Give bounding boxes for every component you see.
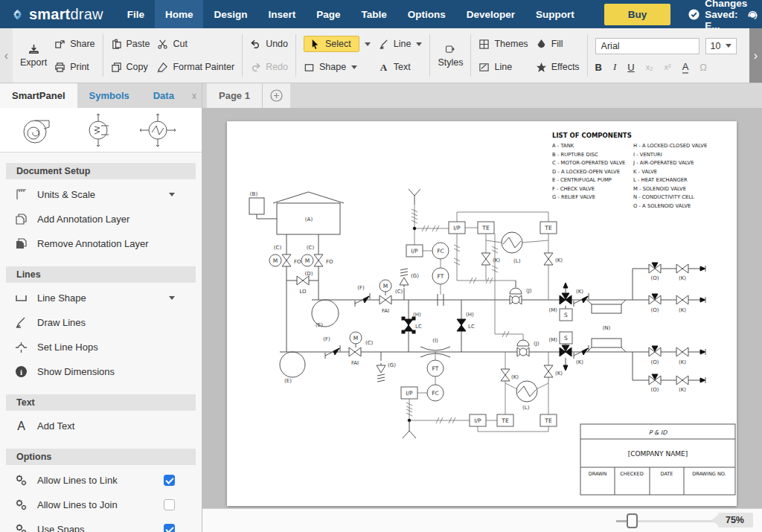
units-and-scale-item[interactable]: Units & Scale [0,182,202,207]
relief-valve-G2[interactable] [377,363,385,382]
subscript-button[interactable]: x₂ [646,63,653,71]
add-page-button[interactable] [263,83,290,108]
italic-button[interactable]: I [613,61,616,73]
copy-button[interactable]: Copy [111,59,150,75]
menu-insert[interactable]: Insert [257,0,306,28]
zoom-slider-handle[interactable] [627,513,638,528]
redo-button[interactable]: Redo [250,59,288,75]
undo-button[interactable]: Undo [250,36,288,52]
text-tool-button[interactable]: A Text [378,59,423,75]
toolbar-collapse-left[interactable]: ‹ [0,28,13,83]
tab-smartpanel[interactable]: SmartPanel [0,83,77,108]
underline-button[interactable]: U [627,62,634,73]
shape-dropdown-caret[interactable] [351,65,357,69]
use-snaps-item[interactable]: Use Snaps [0,517,202,532]
tab-data[interactable]: Data [141,83,186,108]
solenoid-valve-O3[interactable] [649,346,661,356]
zoom-level-badge[interactable]: 75% [718,513,753,528]
select-dropdown-caret[interactable] [365,42,371,46]
valve-K-row3[interactable] [676,347,688,356]
valve-K4[interactable] [544,365,553,377]
wireless-antenna-2[interactable] [403,420,416,438]
add-annotation-layer-item[interactable]: Add Annotation Layer [0,207,202,231]
locked-closed-valve-H1[interactable] [402,317,415,333]
title-block[interactable]: P & ID [COMPANY NAME] DRAWN CHECKED DATE… [580,424,735,495]
solenoid-valve-O4[interactable] [649,374,661,385]
add-text-item[interactable]: A Add Text [0,414,202,438]
allow-lines-to-link-item[interactable]: Allow Lines to Link [0,468,202,493]
line-style-button[interactable]: Line [478,59,528,75]
buy-button[interactable]: Buy [604,4,671,25]
symbol-button[interactable]: Ω [699,62,707,73]
line-shape-item[interactable]: Line Shape [0,286,202,310]
line-shape-caret[interactable] [169,296,175,300]
fai-valve-2[interactable] [349,347,361,356]
tab-page-1[interactable]: Page 1 [207,83,263,108]
font-color-button[interactable]: A [682,61,689,74]
menu-page[interactable]: Page [306,0,350,28]
allow-lines-join-checkbox[interactable] [164,499,175,510]
solenoid-valve-O1[interactable] [649,263,661,273]
upper-instrument-loop[interactable] [454,212,548,300]
locked-open-valve-D[interactable] [297,276,309,285]
pid-diagram[interactable]: LIST OF COMPONENTS A - TANK B - RUPTURE … [227,121,737,506]
valve-K-row1[interactable] [676,264,688,273]
themes-button[interactable]: Themes [478,36,528,52]
tank-A[interactable] [249,192,344,234]
air-valve-J2-dome[interactable] [517,340,529,346]
branch-rows[interactable] [633,266,705,383]
fai-valve-1[interactable] [380,295,391,304]
allow-lines-to-join-item[interactable]: Allow Lines to Join [0,493,202,517]
symbol-mixer[interactable] [138,112,177,148]
solenoid-3way-M1[interactable] [560,293,572,304]
remove-annotation-layer-item[interactable]: Remove Annotation Layer [0,231,202,256]
brand-logo[interactable]: smartdraw [0,6,117,23]
line-dropdown-caret[interactable] [416,42,422,46]
export-button[interactable]: Export [20,44,47,68]
shape-tool-button[interactable]: Shape [304,59,346,75]
font-size-select[interactable]: 10 [705,38,737,54]
component-legend[interactable]: LIST OF COMPONENTS A - TANK B - RUPTURE … [552,132,707,209]
units-scale-caret[interactable] [169,193,175,196]
locked-closed-valve-H2[interactable] [457,319,466,331]
toolbar-expand-right[interactable]: › [749,28,762,83]
air-valve-J1-dome[interactable] [510,288,522,294]
font-family-input[interactable] [595,38,699,54]
valve-K3[interactable] [501,369,510,381]
symbol-heater[interactable] [82,112,115,148]
select-tool-button[interactable]: Select [304,36,359,52]
draw-lines-item[interactable]: Draw Lines [0,310,202,335]
menu-home[interactable]: Home [155,0,204,28]
bold-button[interactable]: B [595,62,602,73]
heat-exchanger-L2[interactable] [516,381,537,402]
save-status[interactable]: Changes Saved: E... [688,0,747,31]
heat-exchanger-L1[interactable] [502,232,522,253]
panel-close-icon[interactable]: x [186,83,202,108]
centrifugal-pump-E2[interactable] [280,352,305,377]
solenoid-3way-M2[interactable] [560,345,572,356]
solenoid-valve-O2[interactable] [649,294,661,304]
print-button[interactable]: Print [54,59,95,75]
symbol-blower-pump[interactable] [16,114,58,147]
use-snaps-checkbox[interactable] [164,524,175,532]
valve-K-row2[interactable] [676,295,688,304]
styles-button[interactable]: Styles [438,44,463,68]
fill-button[interactable]: Fill [536,36,580,52]
drawing-canvas[interactable]: LIST OF COMPONENTS A - TANK B - RUPTURE … [202,108,762,508]
menu-support[interactable]: Support [525,0,585,28]
valve-K-row4[interactable] [676,376,688,385]
drawing-page[interactable]: LIST OF COMPONENTS A - TANK B - RUPTURE … [227,121,737,506]
menu-options[interactable]: Options [397,0,456,28]
allow-lines-link-checkbox[interactable] [164,475,175,486]
wireless-antenna-1[interactable] [409,189,420,205]
menu-file[interactable]: File [117,0,155,28]
valve-K2[interactable] [544,253,553,265]
share-button[interactable]: Share [54,36,95,52]
set-line-hops-item[interactable]: Set Line Hops [0,335,202,359]
menu-table[interactable]: Table [350,0,397,28]
format-painter-button[interactable]: Format Painter [157,59,234,75]
cut-button[interactable]: Cut [157,36,234,52]
tab-symbols[interactable]: Symbols [77,83,141,108]
paste-button[interactable]: Paste [111,36,150,52]
menu-design[interactable]: Design [203,0,257,28]
